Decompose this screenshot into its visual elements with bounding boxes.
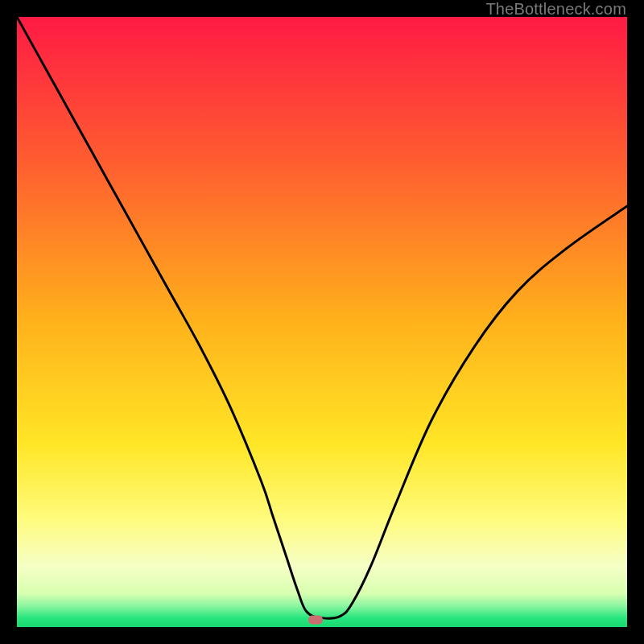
gradient-background bbox=[17, 17, 627, 627]
optimum-marker bbox=[308, 615, 323, 624]
bottleneck-chart bbox=[17, 17, 627, 627]
watermark-text: TheBottleneck.com bbox=[485, 0, 626, 19]
plot-frame bbox=[17, 17, 627, 627]
